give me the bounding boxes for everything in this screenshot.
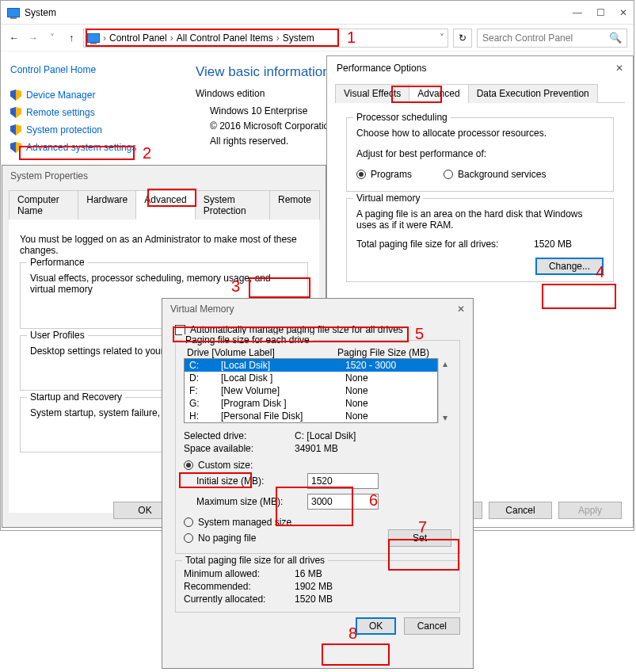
- space-available-value: 34901 MB: [295, 443, 338, 454]
- titlebar: System — ☐ ✕: [1, 1, 634, 25]
- annotation-number-5: 5: [415, 325, 424, 343]
- radio-system-managed[interactable]: System managed size: [184, 515, 451, 529]
- annotation-number-6: 6: [369, 491, 378, 510]
- drive-row: F:[New Volume]None: [185, 384, 437, 397]
- recommended-value: 1902 MB: [295, 581, 333, 592]
- virtual-memory-dialog: Virtual Memory ✕ Automatically manage pa…: [162, 298, 474, 669]
- annotation-number-3: 3: [231, 277, 240, 296]
- size-header: Paging File Size (MB): [337, 347, 448, 358]
- close-icon[interactable]: ✕: [619, 7, 627, 18]
- tab-dep[interactable]: Data Execution Prevention: [468, 84, 598, 103]
- shield-icon: [10, 107, 21, 118]
- left-nav-pane: Control Panel Home Device Manager Remote…: [1, 52, 183, 169]
- tab-advanced[interactable]: Advanced: [409, 84, 468, 103]
- dialog-title: System Properties: [2, 166, 326, 186]
- computer-icon: [7, 8, 20, 17]
- sidebar-item-device-manager[interactable]: Device Manager: [10, 86, 173, 104]
- copyright-text: © 2016 Microsoft Corporation. All rights…: [210, 119, 345, 149]
- chevron-right-icon[interactable]: ›: [275, 32, 281, 44]
- maximize-icon[interactable]: ☐: [596, 7, 605, 18]
- drive-row: G:[Program Disk ]None: [185, 397, 437, 410]
- ok-button[interactable]: OK: [356, 617, 396, 635]
- cancel-button[interactable]: Cancel: [489, 502, 552, 519]
- adjust-label: Adjust for best performance of:: [356, 148, 604, 159]
- sidebar-item-remote-settings[interactable]: Remote settings: [10, 104, 173, 121]
- recommended-label: Recommended:: [184, 581, 295, 592]
- dialog-title: Virtual Memory: [170, 304, 234, 315]
- radio-no-paging-file[interactable]: No paging file: [184, 531, 256, 545]
- scrollbar[interactable]: ▴▾: [438, 358, 451, 423]
- tabstrip: Computer Name Hardware Advanced System P…: [9, 189, 319, 220]
- chevron-right-icon[interactable]: ›: [101, 32, 108, 44]
- group-processor-scheduling: Processor scheduling Choose how to alloc…: [346, 117, 614, 192]
- search-icon: 🔍: [609, 32, 622, 44]
- group-virtual-memory: Virtual memory A paging file is an area …: [346, 198, 614, 282]
- refresh-button[interactable]: ↻: [453, 29, 472, 48]
- minimum-allowed-label: Minimum allowed:: [184, 568, 295, 579]
- tab-computer-name[interactable]: Computer Name: [9, 190, 78, 220]
- admin-note: You must be logged on as an Administrato…: [20, 234, 308, 256]
- drive-header: Drive [Volume Label]: [187, 347, 337, 358]
- breadcrumb[interactable]: › Control Panel › All Control Panel Item…: [83, 29, 448, 48]
- drive-row: C:[Local Dsik]1520 - 3000: [185, 359, 437, 372]
- breadcrumb-item[interactable]: System: [283, 32, 314, 44]
- initial-size-input[interactable]: [307, 473, 379, 489]
- forward-icon: →: [26, 32, 40, 44]
- processor-desc: Choose how to allocate processor resourc…: [356, 128, 604, 139]
- selected-drive-label: Selected drive:: [184, 430, 295, 441]
- back-icon[interactable]: ←: [7, 32, 21, 44]
- pfs-each-drive-legend: Paging file size for each drive: [182, 334, 313, 346]
- shield-icon: [10, 90, 21, 101]
- breadcrumb-item[interactable]: Control Panel: [109, 32, 167, 44]
- maximum-size-label: Maximum size (MB):: [196, 496, 307, 507]
- minimize-icon[interactable]: —: [573, 7, 582, 18]
- recent-dropdown-icon[interactable]: ˅: [45, 32, 59, 44]
- vm-change-button[interactable]: Change...: [535, 258, 604, 275]
- annotation-number-4: 4: [596, 263, 604, 281]
- address-bar: ← → ˅ ↑ › Control Panel › All Control Pa…: [1, 25, 634, 52]
- control-panel-home-link[interactable]: Control Panel Home: [10, 64, 173, 75]
- apply-button[interactable]: Apply: [558, 502, 622, 519]
- close-icon[interactable]: ✕: [457, 304, 465, 315]
- drive-list[interactable]: C:[Local Dsik]1520 - 3000 D:[Local Disk …: [184, 358, 438, 423]
- performance-description: Visual effects, processor scheduling, me…: [30, 273, 298, 295]
- minimum-allowed-value: 16 MB: [295, 568, 322, 579]
- drive-row: D:[Local Disk ]None: [185, 372, 437, 384]
- radio-custom-size[interactable]: Custom size:: [184, 458, 451, 472]
- currently-allocated-label: Currently allocated:: [184, 594, 295, 605]
- tab-advanced[interactable]: Advanced: [135, 190, 195, 220]
- annotation-number-1: 1: [347, 29, 356, 47]
- breadcrumb-dropdown-icon[interactable]: ˅: [440, 32, 444, 44]
- breadcrumb-item[interactable]: All Control Panel Items: [177, 32, 273, 44]
- search-input[interactable]: Search Control Panel 🔍: [477, 29, 627, 48]
- tab-hardware[interactable]: Hardware: [78, 190, 136, 220]
- page-heading: View basic information: [196, 64, 345, 80]
- chevron-right-icon[interactable]: ›: [169, 32, 175, 44]
- section-windows-edition: Windows edition: [196, 88, 345, 99]
- drive-row: H:[Personal File Disk]None: [185, 410, 437, 422]
- selected-drive-value: C: [Local Dsik]: [295, 430, 356, 441]
- space-available-label: Space available:: [184, 443, 295, 454]
- up-icon[interactable]: ↑: [64, 32, 78, 44]
- vm-total-label: Total paging file size for all drives:: [356, 239, 498, 250]
- currently-allocated-value: 1520 MB: [295, 594, 333, 605]
- maximum-size-input[interactable]: [307, 494, 379, 510]
- radio-programs[interactable]: Programs: [356, 167, 412, 181]
- tab-visual-effects[interactable]: Visual Effects: [335, 84, 409, 103]
- tab-remote[interactable]: Remote: [269, 190, 320, 220]
- window-title: System: [20, 7, 573, 18]
- sidebar-item-system-protection[interactable]: System protection: [10, 121, 173, 139]
- close-icon[interactable]: ✕: [615, 63, 623, 74]
- tab-system-protection[interactable]: System Protection: [195, 190, 270, 220]
- total-pfs-legend: Total paging file size for all drives: [182, 555, 328, 566]
- annotation-number-2: 2: [143, 144, 151, 162]
- dialog-title: Performance Options: [337, 63, 426, 74]
- radio-background-services[interactable]: Background services: [444, 167, 546, 181]
- search-placeholder: Search Control Panel: [482, 32, 573, 44]
- windows-edition-name: Windows 10 Enterprise: [210, 104, 345, 119]
- cancel-button[interactable]: Cancel: [404, 617, 460, 635]
- annotation-number-8: 8: [348, 624, 357, 643]
- vm-description: A paging file is an area on the hard dis…: [356, 208, 604, 231]
- vm-total-value: 1520 MB: [534, 239, 572, 250]
- shield-icon: [10, 124, 21, 136]
